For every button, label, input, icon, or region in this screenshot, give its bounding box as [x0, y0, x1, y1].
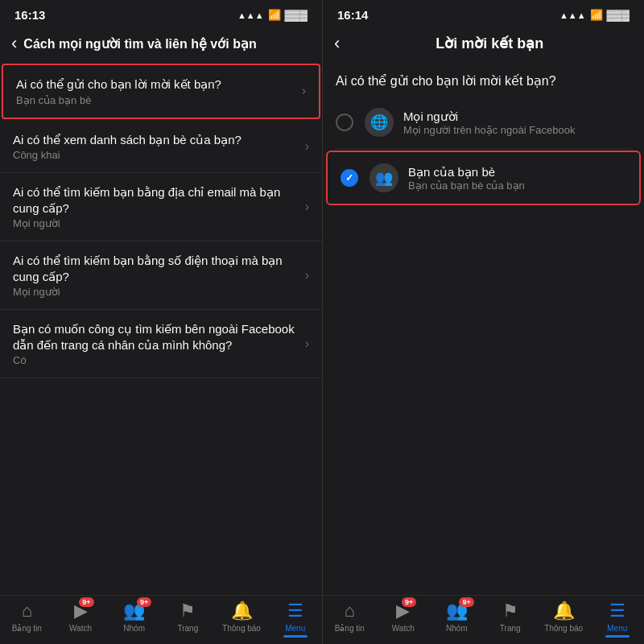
- tab-home-1[interactable]: ⌂ Bảng tin: [0, 601, 54, 633]
- tab-label-notifications-2: Thông báo: [544, 624, 583, 633]
- chevron-icon-2: ›: [305, 139, 309, 154]
- groups-badge-1: 9+: [137, 597, 151, 607]
- notifications-icon-2: 🔔: [553, 601, 575, 621]
- notifications-icon-1: 🔔: [231, 601, 253, 621]
- tab-label-watch-1: Watch: [69, 624, 92, 633]
- tab-pages-2[interactable]: ⚑ Trang: [484, 601, 538, 633]
- settings-item-5[interactable]: Bạn có muốn công cụ tìm kiếm bên ngoài F…: [0, 310, 322, 378]
- back-button-2[interactable]: ‹: [334, 33, 340, 54]
- tab-notifications-2[interactable]: 🔔 Thông báo: [537, 601, 591, 633]
- back-button-1[interactable]: ‹: [11, 33, 17, 54]
- option-text-everyone: Mọi người Mọi người trên hoặc ngoài Face…: [403, 109, 575, 136]
- settings-item-text-4: Ai có thể tìm kiếm bạn bằng số điện thoạ…: [13, 253, 305, 298]
- pages-icon-2: ⚑: [502, 601, 518, 621]
- tab-menu-2[interactable]: ☰ Menu: [591, 601, 645, 633]
- settings-item-subtitle-1: Bạn của bạn bè: [16, 94, 302, 106]
- groups-icon-2: 👥 9+: [446, 601, 468, 621]
- chevron-icon-1: ›: [302, 84, 306, 98]
- tab-label-home-1: Bảng tin: [12, 624, 42, 633]
- tab-label-home-2: Bảng tin: [335, 624, 365, 633]
- wifi-icon-2: 📶: [590, 9, 603, 21]
- groups-icon-1: 👥 9+: [123, 601, 145, 621]
- tab-notifications-1[interactable]: 🔔 Thông báo: [215, 601, 269, 633]
- option-title-everyone: Mọi người: [403, 109, 575, 124]
- settings-item-2[interactable]: Ai có thể xem danh sách bạn bè của bạn? …: [0, 121, 322, 174]
- tab-groups-1[interactable]: 👥 9+ Nhóm: [107, 601, 161, 633]
- header-title-2: Lời mời kết bạn: [346, 35, 633, 52]
- tab-watch-2[interactable]: ▶ 9+ Watch: [377, 601, 431, 633]
- signal-icon: ▲▲▲: [237, 10, 264, 20]
- tab-bar-1: ⌂ Bảng tin ▶ 9+ Watch 👥 9+ Nhóm ⚑ Trang …: [0, 595, 322, 644]
- tab-label-pages-2: Trang: [500, 624, 521, 633]
- settings-item-title-2: Ai có thể xem danh sách bạn bè của bạn?: [13, 132, 305, 148]
- tab-menu-1[interactable]: ☰ Menu: [268, 601, 322, 633]
- tab-label-menu-2: Menu: [607, 624, 627, 633]
- screen-2: 16:14 ▲▲▲ 📶 ▓▓▓ ‹ Lời mời kết bạn Ai có …: [322, 0, 644, 644]
- battery-icon-2: ▓▓▓: [607, 9, 630, 21]
- status-bar-1: 16:13 ▲▲▲ 📶 ▓▓▓: [0, 0, 322, 27]
- friends-icon: 👥: [369, 163, 398, 192]
- menu-icon-2: ☰: [609, 601, 625, 621]
- settings-item-subtitle-5: Có: [13, 354, 305, 366]
- settings-item-title-4: Ai có thể tìm kiếm bạn bằng số điện thoạ…: [13, 253, 305, 284]
- tab-label-groups-1: Nhóm: [123, 624, 145, 633]
- tab-label-menu-1: Menu: [285, 624, 305, 633]
- settings-item-subtitle-2: Công khai: [13, 149, 305, 161]
- chevron-icon-4: ›: [305, 268, 309, 283]
- settings-item-4[interactable]: Ai có thể tìm kiếm bạn bằng số điện thoạ…: [0, 242, 322, 310]
- settings-item-subtitle-3: Mọi người: [13, 217, 305, 229]
- settings-item-title-5: Bạn có muốn công cụ tìm kiếm bên ngoài F…: [13, 321, 305, 353]
- settings-item-subtitle-4: Mọi người: [13, 286, 305, 298]
- tab-label-groups-2: Nhóm: [446, 624, 468, 633]
- option-divider: [336, 148, 631, 149]
- option-everyone[interactable]: 🌐 Mọi người Mọi người trên hoặc ngoài Fa…: [323, 97, 644, 148]
- watch-icon-2: ▶ 9+: [396, 601, 410, 621]
- option-sub-everyone: Mọi người trên hoặc ngoài Facebook: [403, 124, 575, 136]
- option-title-friends: Bạn của bạn bè: [408, 165, 525, 180]
- header-title-1: Cách mọi người tìm và liên hệ với bạn: [23, 36, 311, 52]
- tab-watch-1[interactable]: ▶ 9+ Watch: [54, 601, 108, 633]
- wifi-icon: 📶: [268, 9, 281, 21]
- option-radio-friends: [341, 169, 358, 187]
- settings-item-title-1: Ai có thể gửi cho bạn lời mời kết bạn?: [16, 76, 302, 93]
- header-2: ‹ Lời mời kết bạn: [323, 27, 644, 62]
- tab-active-indicator-2: [605, 635, 630, 638]
- chevron-icon-5: ›: [305, 336, 309, 351]
- battery-icon: ▓▓▓: [285, 9, 308, 21]
- options-list-2: 🌐 Mọi người Mọi người trên hoặc ngoài Fa…: [323, 97, 644, 595]
- watch-badge-2: 9+: [402, 597, 416, 607]
- settings-item-text-3: Ai có thể tìm kiếm bạn bằng địa chỉ emai…: [13, 184, 305, 229]
- tab-pages-1[interactable]: ⚑ Trang: [161, 601, 215, 633]
- settings-item-title-3: Ai có thể tìm kiếm bạn bằng địa chỉ emai…: [13, 184, 305, 216]
- tab-label-watch-2: Watch: [392, 624, 415, 633]
- groups-badge-2: 9+: [459, 597, 473, 607]
- screen-1: 16:13 ▲▲▲ 📶 ▓▓▓ ‹ Cách mọi người tìm và …: [0, 0, 322, 644]
- status-time-2: 16:14: [337, 8, 368, 22]
- section-title-2: Ai có thể gửi cho bạn lời mời kết bạn?: [323, 62, 644, 97]
- home-icon-1: ⌂: [22, 601, 32, 621]
- option-text-friends: Bạn của bạn bè Bạn của bạn bè của bạn: [408, 165, 525, 192]
- tab-groups-2[interactable]: 👥 9+ Nhóm: [430, 601, 484, 633]
- tab-bar-2: ⌂ Bảng tin ▶ 9+ Watch 👥 9+ Nhóm ⚑ Trang …: [323, 595, 644, 644]
- home-icon-2: ⌂: [345, 601, 355, 621]
- settings-list-1: Ai có thể gửi cho bạn lời mời kết bạn? B…: [0, 62, 322, 595]
- settings-item-1[interactable]: Ai có thể gửi cho bạn lời mời kết bạn? B…: [2, 64, 320, 119]
- option-radio-everyone: [336, 114, 353, 131]
- watch-icon-1: ▶ 9+: [74, 601, 88, 621]
- header-1: ‹ Cách mọi người tìm và liên hệ với bạn: [0, 27, 322, 62]
- tab-active-indicator-1: [283, 635, 308, 638]
- status-bar-2: 16:14 ▲▲▲ 📶 ▓▓▓: [323, 0, 644, 27]
- tab-label-pages-1: Trang: [177, 624, 198, 633]
- status-icons-1: ▲▲▲ 📶 ▓▓▓: [237, 9, 308, 21]
- status-time-1: 16:13: [14, 8, 45, 22]
- settings-item-text-1: Ai có thể gửi cho bạn lời mời kết bạn? B…: [16, 76, 302, 106]
- option-friends[interactable]: 👥 Bạn của bạn bè Bạn của bạn bè của bạn: [326, 151, 641, 205]
- settings-item-3[interactable]: Ai có thể tìm kiếm bạn bằng địa chỉ emai…: [0, 173, 322, 242]
- chevron-icon-3: ›: [305, 200, 309, 214]
- watch-badge-1: 9+: [79, 597, 93, 607]
- settings-item-text-2: Ai có thể xem danh sách bạn bè của bạn? …: [13, 132, 305, 162]
- option-sub-friends: Bạn của bạn bè của bạn: [408, 180, 525, 192]
- signal-icon-2: ▲▲▲: [559, 10, 586, 20]
- status-icons-2: ▲▲▲ 📶 ▓▓▓: [559, 9, 630, 21]
- tab-home-2[interactable]: ⌂ Bảng tin: [323, 601, 377, 633]
